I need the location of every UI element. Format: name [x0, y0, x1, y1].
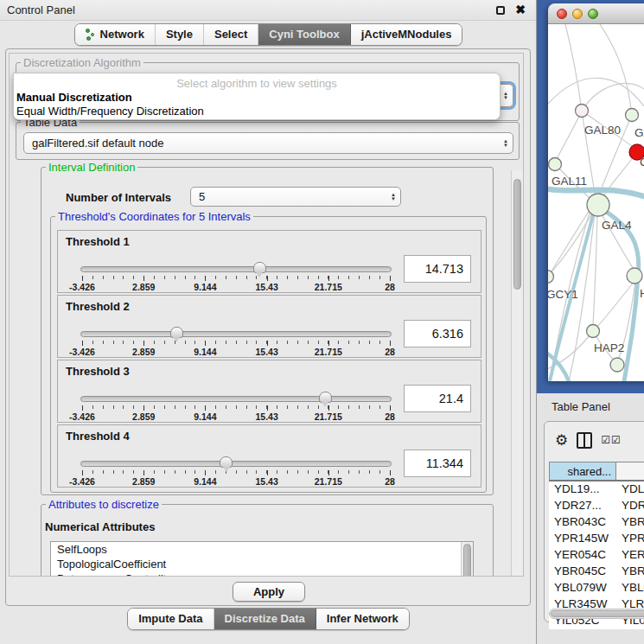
attributes-group-title: Attributes to discretize [46, 498, 162, 511]
column-header-shared-name[interactable]: shared... [549, 462, 616, 481]
threshold-4-value[interactable]: 11.344 [404, 450, 471, 477]
select-columns-icon[interactable]: ☑☑ [601, 434, 622, 446]
table-row[interactable]: YER054CYER0 [549, 547, 644, 564]
table-row[interactable]: YDL19...YDL1 [549, 481, 644, 498]
table-panel: Table Panel ⚙ ☑☑ shared... na YDL19...YD… [537, 393, 644, 644]
tab-infer-network[interactable]: Infer Network [316, 609, 409, 629]
cyni-scroll-viewport: Discretization Algorithm ▲▼ Select algor… [9, 53, 524, 577]
slider-handle[interactable] [319, 392, 332, 403]
table-data-combo[interactable]: galFiltered.sif default node ▲▼ [23, 132, 513, 154]
zoom-traffic-light-icon[interactable] [588, 9, 598, 19]
slider-handle[interactable] [170, 327, 183, 338]
tab-infer-network-label: Infer Network [327, 612, 399, 625]
node-label-gal4: GAL4 [602, 219, 632, 232]
panel-scrollbar[interactable] [511, 170, 523, 577]
slider-ticks [82, 470, 390, 475]
threshold-3-slider[interactable] [80, 396, 392, 402]
scale-label: 9.144 [194, 411, 216, 422]
network-view[interactable]: GAL80 GA C GAL11 GAL4 GCY1 H HAP2 [548, 24, 644, 381]
scale-label: 21.715 [315, 411, 342, 422]
table-data-value: galFiltered.sif default node [24, 137, 499, 150]
threshold-3-row: Threshold 3 -3.4262.8599.14415.4321.7152… [57, 360, 481, 423]
attribute-list-item[interactable]: SelfLoops [51, 542, 473, 557]
num-intervals-label: Number of Intervals [66, 191, 171, 204]
control-panel-titlebar: Control Panel ✖ [0, 0, 536, 21]
slider-handle[interactable] [253, 262, 266, 273]
num-intervals-combo[interactable]: 5 ▲▼ [190, 187, 401, 207]
tab-network[interactable]: Network [75, 24, 156, 45]
table-cell: YDR27... [549, 498, 616, 514]
tab-select[interactable]: Select [204, 24, 258, 45]
slider-handle[interactable] [220, 456, 233, 468]
network-window-titlebar[interactable] [548, 3, 644, 24]
list-scrollbar[interactable] [461, 542, 473, 577]
table-row[interactable]: YBL079WYBL0 [549, 580, 644, 596]
stepper-icon: ▲▼ [499, 139, 513, 148]
threshold-2-slider[interactable] [80, 331, 392, 337]
stepper-icon: ▲▼ [499, 92, 513, 100]
scale-label: -3.426 [69, 282, 95, 292]
table-cell: YBR043C [549, 514, 616, 531]
dropdown-item-equal-width[interactable]: Equal Width/Frequency Discretization [16, 105, 204, 118]
network-canvas: GAL80 GA C GAL11 GAL4 GCY1 H HAP2 [548, 24, 644, 381]
scale-label: -3.426 [69, 347, 95, 357]
stepper-icon: ▲▼ [386, 193, 400, 201]
close-icon[interactable]: ✖ [515, 3, 526, 16]
split-columns-icon[interactable] [577, 432, 592, 449]
slider-scale: -3.4262.8599.14415.4321.71528 [82, 282, 390, 292]
numerical-attributes-list[interactable]: SelfLoopsTopologicalCoefficientBetweenne… [50, 541, 474, 577]
float-window-icon[interactable] [496, 6, 505, 15]
tab-select-label: Select [214, 28, 247, 41]
attribute-list-item[interactable]: TopologicalCoefficient [51, 557, 473, 571]
slider-ticks [82, 405, 390, 411]
threshold-coordinates-group: Threshold's Coordinates for 5 Intervals … [50, 216, 487, 493]
threshold-coordinates-title: Threshold's Coordinates for 5 Intervals [55, 210, 253, 223]
table-panel-title: Table Panel [552, 400, 610, 413]
scale-label: 2.859 [132, 476, 155, 487]
close-traffic-light-icon[interactable] [557, 9, 567, 19]
table-row[interactable]: YDR27...YDR2 [549, 498, 644, 514]
scale-label: 2.859 [132, 282, 155, 292]
tab-style[interactable]: Style [156, 24, 204, 45]
tab-discretize-data[interactable]: Discretize Data [214, 609, 316, 629]
minimize-traffic-light-icon[interactable] [572, 9, 583, 19]
table-cell: YBR0 [616, 514, 644, 531]
scale-label: 28 [385, 347, 395, 357]
tab-cyni-toolbox[interactable]: Cyni Toolbox [258, 24, 350, 45]
apply-button[interactable]: Apply [233, 582, 305, 602]
app-root: Control Panel ✖ Network Style Select Cyn… [0, 0, 644, 644]
threshold-2-value[interactable]: 6.316 [404, 320, 471, 348]
column-header-name[interactable]: na [616, 462, 644, 481]
algorithm-dropdown-popup: Select algorithm to view settings Manual… [13, 73, 501, 120]
table-row[interactable]: YBR043CYBR0 [549, 514, 644, 531]
table-hscrollbar[interactable] [549, 609, 644, 619]
node-label-partial-h: H [640, 287, 644, 300]
tab-jactivemnodules[interactable]: jActiveMNodules [351, 24, 462, 45]
num-intervals-value: 5 [191, 190, 386, 203]
scale-label: 2.859 [132, 411, 155, 422]
control-panel-title: Control Panel [7, 3, 75, 16]
interval-definition-group: Interval Definition Number of Intervals … [41, 167, 494, 495]
network-window: GAL80 GA C GAL11 GAL4 GCY1 H HAP2 [548, 3, 644, 381]
table-cell: YBR045C [549, 564, 616, 580]
attribute-list-item[interactable]: BetweennessCentrality [51, 571, 473, 577]
threshold-4-slider[interactable] [80, 461, 392, 467]
table-data-group: Table Data galFiltered.sif default node … [16, 122, 520, 160]
network-icon [86, 29, 96, 41]
dropdown-item-manual[interactable]: Manual Discretization [16, 91, 132, 104]
cyni-panel: Discretization Algorithm ▲▼ Select algor… [5, 48, 531, 606]
threshold-1-value[interactable]: 14.713 [404, 255, 471, 283]
table-header-row: shared... na [549, 462, 644, 481]
scale-label: 28 [385, 476, 395, 487]
table-cell: YDL1 [616, 481, 644, 498]
control-panel: Control Panel ✖ Network Style Select Cyn… [0, 0, 537, 644]
table-row[interactable]: YBR045CYBR0 [549, 564, 644, 580]
gear-icon[interactable]: ⚙ [555, 433, 568, 448]
bottom-tabbar: Impute Data Discretize Data Infer Networ… [0, 608, 537, 630]
tab-impute-data[interactable]: Impute Data [128, 609, 214, 629]
threshold-1-slider[interactable] [80, 266, 392, 272]
threshold-3-value[interactable]: 21.4 [404, 385, 471, 412]
slider-scale: -3.4262.8599.14415.4321.71528 [82, 347, 390, 357]
table-row[interactable]: YPR145WYPR1 [549, 531, 644, 547]
table-toolbar: ⚙ ☑☑ [545, 427, 644, 453]
